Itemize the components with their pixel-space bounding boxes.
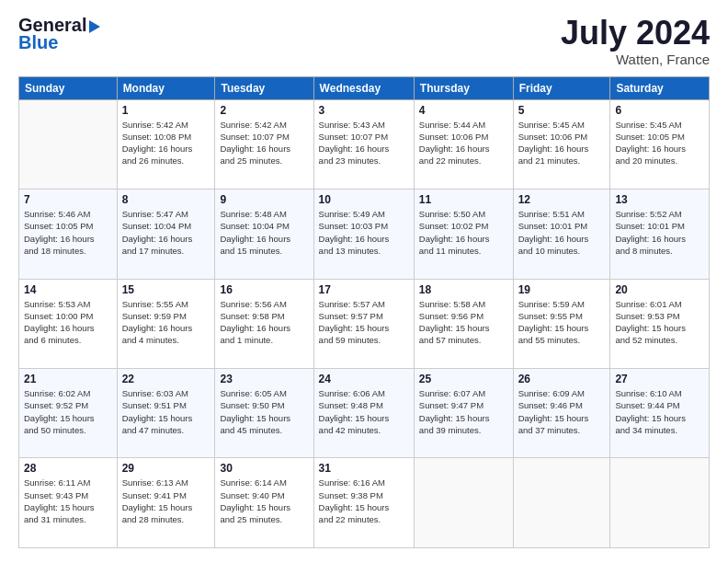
calendar-cell: 28Sunrise: 6:11 AM Sunset: 9:43 PM Dayli… (19, 458, 118, 548)
calendar-cell: 21Sunrise: 6:02 AM Sunset: 9:52 PM Dayli… (19, 369, 118, 458)
day-number: 13 (615, 193, 704, 206)
calendar-cell: 4Sunrise: 5:44 AM Sunset: 10:06 PM Dayli… (414, 99, 513, 189)
logo-arrow-icon (89, 20, 100, 33)
day-info: Sunrise: 6:10 AM Sunset: 9:44 PM Dayligh… (615, 387, 704, 436)
calendar-cell: 23Sunrise: 6:05 AM Sunset: 9:50 PM Dayli… (215, 369, 313, 458)
calendar-cell: 11Sunrise: 5:50 AM Sunset: 10:02 PM Dayl… (414, 190, 513, 279)
day-info: Sunrise: 5:59 AM Sunset: 9:55 PM Dayligh… (518, 298, 606, 347)
day-info: Sunrise: 6:05 AM Sunset: 9:50 PM Dayligh… (220, 387, 308, 436)
calendar-cell: 13Sunrise: 5:52 AM Sunset: 10:01 PM Dayl… (610, 190, 710, 279)
day-number: 28 (24, 462, 112, 475)
day-info: Sunrise: 5:58 AM Sunset: 9:56 PM Dayligh… (419, 298, 508, 347)
day-number: 2 (220, 104, 308, 117)
day-number: 3 (319, 104, 409, 117)
header-cell-friday: Friday (513, 76, 610, 99)
day-number: 25 (419, 373, 508, 385)
calendar-cell: 17Sunrise: 5:57 AM Sunset: 9:57 PM Dayli… (313, 279, 414, 368)
calendar-cell: 30Sunrise: 6:14 AM Sunset: 9:40 PM Dayli… (215, 458, 313, 548)
calendar-cell (610, 458, 710, 548)
day-number: 16 (220, 283, 308, 296)
day-info: Sunrise: 6:11 AM Sunset: 9:43 PM Dayligh… (24, 477, 112, 525)
day-number: 18 (419, 283, 508, 296)
day-number: 30 (220, 462, 308, 475)
calendar-cell: 19Sunrise: 5:59 AM Sunset: 9:55 PM Dayli… (513, 279, 610, 368)
calendar-cell: 27Sunrise: 6:10 AM Sunset: 9:44 PM Dayli… (610, 369, 710, 458)
day-info: Sunrise: 5:56 AM Sunset: 9:58 PM Dayligh… (220, 298, 308, 347)
day-number: 8 (122, 193, 210, 206)
calendar-cell: 20Sunrise: 6:01 AM Sunset: 9:53 PM Dayli… (610, 279, 710, 368)
day-info: Sunrise: 6:06 AM Sunset: 9:48 PM Dayligh… (319, 387, 409, 436)
day-info: Sunrise: 6:13 AM Sunset: 9:41 PM Dayligh… (122, 477, 210, 525)
week-row-4: 21Sunrise: 6:02 AM Sunset: 9:52 PM Dayli… (19, 369, 710, 458)
header-cell-saturday: Saturday (610, 76, 710, 99)
day-info: Sunrise: 5:55 AM Sunset: 9:59 PM Dayligh… (122, 298, 210, 347)
day-number: 20 (615, 283, 704, 296)
calendar-cell (513, 458, 610, 548)
week-row-3: 14Sunrise: 5:53 AM Sunset: 10:00 PM Dayl… (19, 279, 710, 368)
calendar-table: SundayMondayTuesdayWednesdayThursdayFrid… (18, 76, 710, 548)
day-info: Sunrise: 5:47 AM Sunset: 10:04 PM Daylig… (122, 208, 210, 257)
calendar-cell: 22Sunrise: 6:03 AM Sunset: 9:51 PM Dayli… (117, 369, 215, 458)
day-number: 10 (319, 193, 409, 206)
day-number: 31 (319, 462, 409, 475)
day-info: Sunrise: 6:09 AM Sunset: 9:46 PM Dayligh… (518, 387, 606, 436)
header: General Blue July 2024 Watten, France (18, 15, 710, 67)
day-info: Sunrise: 5:45 AM Sunset: 10:05 PM Daylig… (615, 119, 704, 167)
calendar-cell: 16Sunrise: 5:56 AM Sunset: 9:58 PM Dayli… (215, 279, 313, 368)
day-number: 9 (220, 193, 308, 206)
calendar-cell: 2Sunrise: 5:42 AM Sunset: 10:07 PM Dayli… (215, 99, 313, 189)
calendar-cell: 6Sunrise: 5:45 AM Sunset: 10:05 PM Dayli… (610, 99, 710, 189)
day-number: 4 (419, 104, 508, 117)
day-info: Sunrise: 6:14 AM Sunset: 9:40 PM Dayligh… (220, 477, 308, 525)
day-info: Sunrise: 5:42 AM Sunset: 10:07 PM Daylig… (220, 119, 308, 167)
day-number: 23 (220, 373, 308, 385)
day-number: 15 (122, 283, 210, 296)
day-number: 27 (615, 373, 704, 385)
calendar-cell: 25Sunrise: 6:07 AM Sunset: 9:47 PM Dayli… (414, 369, 513, 458)
day-info: Sunrise: 5:50 AM Sunset: 10:02 PM Daylig… (419, 208, 508, 257)
day-info: Sunrise: 5:57 AM Sunset: 9:57 PM Dayligh… (319, 298, 409, 347)
day-number: 6 (615, 104, 704, 117)
header-row: SundayMondayTuesdayWednesdayThursdayFrid… (19, 76, 710, 99)
header-cell-sunday: Sunday (19, 76, 118, 99)
header-cell-thursday: Thursday (414, 76, 513, 99)
calendar-cell: 26Sunrise: 6:09 AM Sunset: 9:46 PM Dayli… (513, 369, 610, 458)
day-number: 12 (518, 193, 606, 206)
header-cell-wednesday: Wednesday (313, 76, 414, 99)
day-info: Sunrise: 5:51 AM Sunset: 10:01 PM Daylig… (518, 208, 606, 257)
calendar-cell: 10Sunrise: 5:49 AM Sunset: 10:03 PM Dayl… (313, 190, 414, 279)
day-info: Sunrise: 6:16 AM Sunset: 9:38 PM Dayligh… (319, 477, 409, 525)
logo-text-blue: Blue (18, 32, 58, 53)
day-info: Sunrise: 6:02 AM Sunset: 9:52 PM Dayligh… (24, 387, 112, 436)
calendar-cell: 3Sunrise: 5:43 AM Sunset: 10:07 PM Dayli… (313, 99, 414, 189)
day-info: Sunrise: 5:45 AM Sunset: 10:06 PM Daylig… (518, 119, 606, 167)
day-number: 17 (319, 283, 409, 296)
title-area: July 2024 Watten, France (561, 15, 710, 67)
day-number: 19 (518, 283, 606, 296)
day-number: 14 (24, 283, 112, 296)
header-cell-tuesday: Tuesday (215, 76, 313, 99)
day-number: 29 (122, 462, 210, 475)
calendar-cell (19, 99, 118, 189)
calendar-cell: 31Sunrise: 6:16 AM Sunset: 9:38 PM Dayli… (313, 458, 414, 548)
day-info: Sunrise: 5:44 AM Sunset: 10:06 PM Daylig… (419, 119, 508, 167)
page: General Blue July 2024 Watten, France Su… (0, 0, 728, 563)
calendar-cell (414, 458, 513, 548)
calendar-cell: 14Sunrise: 5:53 AM Sunset: 10:00 PM Dayl… (19, 279, 118, 368)
day-info: Sunrise: 5:42 AM Sunset: 10:08 PM Daylig… (122, 119, 210, 167)
day-number: 26 (518, 373, 606, 385)
calendar-cell: 15Sunrise: 5:55 AM Sunset: 9:59 PM Dayli… (117, 279, 215, 368)
main-title: July 2024 (561, 15, 710, 52)
day-info: Sunrise: 6:01 AM Sunset: 9:53 PM Dayligh… (615, 298, 704, 347)
day-info: Sunrise: 5:43 AM Sunset: 10:07 PM Daylig… (319, 119, 409, 167)
day-info: Sunrise: 5:52 AM Sunset: 10:01 PM Daylig… (615, 208, 704, 257)
day-number: 5 (518, 104, 606, 117)
week-row-1: 1Sunrise: 5:42 AM Sunset: 10:08 PM Dayli… (19, 99, 710, 189)
day-info: Sunrise: 5:53 AM Sunset: 10:00 PM Daylig… (24, 298, 112, 347)
calendar-cell: 1Sunrise: 5:42 AM Sunset: 10:08 PM Dayli… (117, 99, 215, 189)
calendar-cell: 29Sunrise: 6:13 AM Sunset: 9:41 PM Dayli… (117, 458, 215, 548)
day-info: Sunrise: 6:03 AM Sunset: 9:51 PM Dayligh… (122, 387, 210, 436)
day-number: 24 (319, 373, 409, 385)
day-info: Sunrise: 5:46 AM Sunset: 10:05 PM Daylig… (24, 208, 112, 257)
calendar-cell: 12Sunrise: 5:51 AM Sunset: 10:01 PM Dayl… (513, 190, 610, 279)
